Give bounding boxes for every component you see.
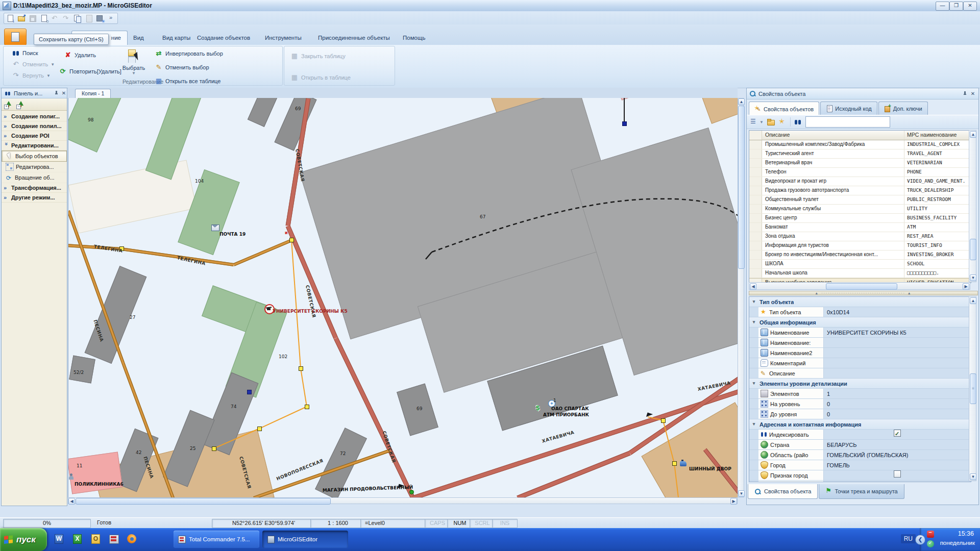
table-row[interactable]: Брокер по инвестициям/Инвестиционная кон… (749, 251, 971, 260)
property-row[interactable]: До уровня0 (749, 409, 971, 419)
scroll-thumb[interactable] (738, 106, 745, 269)
map-document-tab[interactable]: Копия - 1 (75, 89, 111, 98)
property-row[interactable]: Комментарий (749, 358, 971, 368)
property-row[interactable]: ГородГОМЕЛЬ (749, 460, 971, 470)
table-horizontal-scrollbar[interactable]: ◀ ▶ (749, 282, 970, 290)
delete-button[interactable]: Удалить (62, 50, 97, 60)
chevron-down-icon[interactable]: ▾ (749, 379, 758, 388)
property-row[interactable]: Тип объекта0x10D14 (749, 307, 971, 317)
application-menu-button[interactable] (4, 29, 27, 45)
open-add-icon[interactable] (17, 14, 26, 22)
ribbon-tab-1[interactable]: Вид (128, 32, 149, 45)
property-row[interactable]: Описание (749, 368, 971, 379)
table-row[interactable]: Коммунальные службыUTILITY (749, 205, 971, 214)
select-button[interactable]: Выбрать ▼ (120, 47, 147, 84)
property-grid[interactable]: ▾Тип объектаТип объекта0x10D14▾Общая инф… (749, 296, 971, 482)
property-row[interactable]: Наименование2 (749, 348, 971, 358)
property-row[interactable]: СтранаБЕЛАРУСЬ (749, 440, 971, 450)
property-row[interactable]: Область (райоГОМЕЛЬСКИЙ (ГОМЕЛЬСКАЯ) (749, 450, 971, 460)
expand-tree-icon[interactable]: + (4, 101, 12, 109)
bottom-tab-flag[interactable]: Точки трека и маршрута (819, 484, 904, 499)
redo-icon[interactable] (62, 14, 70, 22)
properties-tab-wand[interactable]: Свойства объектов (749, 102, 819, 116)
close-icon[interactable]: ✕ (61, 90, 67, 96)
table-row[interactable]: Ветеринарный врачVETERINARIAN (749, 159, 971, 168)
save-export-icon[interactable] (96, 14, 104, 22)
property-section[interactable]: ▾Общая информация (749, 317, 971, 328)
open-in-table-button[interactable]: Открыть в таблице (289, 72, 352, 83)
panel-group-созданиеpoi[interactable]: »Создание POI (2, 131, 67, 141)
magic-wand-icon[interactable] (778, 118, 787, 127)
start-button[interactable]: пуск (0, 528, 47, 551)
copy-icon[interactable] (74, 14, 82, 22)
chevron-down-icon[interactable]: ▾ (749, 317, 758, 327)
quicklaunch-outlook-icon[interactable] (90, 534, 101, 545)
table-row[interactable]: Продажа грузового автотранспортаTRUCK_DE… (749, 186, 971, 195)
open-all-tables-button[interactable]: Открыть все таблице (153, 76, 222, 86)
panel-group-трансформация[interactable]: »Трансформация... (2, 183, 67, 193)
panel-splitter[interactable]: ▲ ······································… (749, 291, 978, 295)
print-preview-icon[interactable] (40, 14, 48, 22)
open-map-icon[interactable] (6, 14, 14, 22)
folder-icon[interactable] (767, 118, 775, 127)
maximize-button[interactable]: ❐ (949, 2, 963, 11)
ribbon-tab-4[interactable]: Инструменты (260, 32, 307, 45)
chevron-down-icon[interactable]: ▾ (749, 419, 758, 429)
type-search-input[interactable] (805, 116, 890, 128)
repeat-delete-button[interactable]: Повторить[Удалить] (57, 66, 123, 77)
table-row[interactable]: Начальная школа□□□□□□□□□□. (749, 269, 971, 278)
checkbox[interactable] (894, 470, 901, 478)
undo-icon[interactable] (51, 14, 59, 22)
ribbon-tab-5[interactable]: Присоединенные объекты (313, 32, 395, 45)
tray-sync-icon[interactable] (927, 540, 934, 547)
scroll-thumb[interactable] (76, 498, 331, 505)
quicklaunch-excel-icon[interactable] (71, 534, 83, 545)
properties-tab-keys[interactable]: Доп. ключи (878, 102, 928, 115)
close-button[interactable]: ✕ (963, 2, 977, 11)
column-header-description[interactable]: Описание (762, 131, 904, 140)
property-row[interactable]: НаименованиеУНИВЕРСИТЕТ СКОРИНЫ К5 (749, 328, 971, 338)
save-icon[interactable] (29, 14, 37, 22)
collapse-tree-icon[interactable]: − (16, 101, 24, 109)
pin-icon[interactable] (962, 91, 967, 96)
close-table-button[interactable]: Закрыть таблицу (289, 51, 347, 61)
taskbar-window-mge[interactable]: MicroGISEditor (262, 531, 348, 548)
taskbar-window-tc[interactable]: Total Commander 7.5... (174, 531, 259, 548)
pin-icon[interactable] (54, 91, 59, 96)
property-row[interactable]: Признак город (749, 470, 971, 481)
clear-selection-button[interactable]: Отменить выбор (153, 62, 211, 72)
property-row[interactable]: Наименование: (749, 338, 971, 348)
property-section[interactable]: ▾Адресная и контактная информация (749, 419, 971, 430)
scroll-left-arrow[interactable]: ◀ (68, 498, 75, 505)
scroll-right-arrow[interactable]: ▶ (730, 498, 737, 505)
panel-group-созданиеполиг[interactable]: »Создание полиг... (2, 112, 67, 121)
bottom-tab-mag[interactable]: Свойства объекта (748, 484, 818, 499)
table-row[interactable]: Видеопрокат и прокат игрVIDEO_AND_GAME_R… (749, 177, 971, 186)
search-button[interactable]: Поиск (10, 48, 39, 58)
property-section[interactable]: ▾Элементы уровни детализации (749, 379, 971, 389)
panel-group-созданиеполил[interactable]: »Создание полил... (2, 121, 67, 131)
panel-tool-rotate[interactable]: Вращение об... (2, 172, 67, 183)
panel-tool-cursor[interactable]: Выбор объектов (2, 151, 67, 162)
property-section[interactable]: ▾Тип объекта (749, 297, 971, 307)
list-view-icon[interactable] (750, 118, 758, 127)
property-row[interactable]: На уровень0 (749, 399, 971, 409)
map-horizontal-scrollbar[interactable]: ◀ ▶ (68, 497, 738, 504)
column-header-mpc[interactable]: MPC наименование (904, 131, 971, 140)
tray-expand-icon[interactable]: ❮ (915, 535, 925, 545)
property-row[interactable]: Индексировать (749, 430, 971, 440)
table-row[interactable]: ШКОЛАSCHOOL (749, 260, 971, 269)
language-indicator[interactable]: RU (901, 534, 916, 543)
table-row[interactable]: ТелефонPHONE (749, 168, 971, 177)
property-row[interactable]: Элементов1 (749, 389, 971, 399)
quicklaunch-word-icon[interactable] (53, 534, 64, 545)
table-row[interactable]: Туристический агентTRAVEL_AGENT (749, 149, 971, 159)
properties-tab-code[interactable]: Исходный код (820, 102, 877, 115)
panel-group-редактировани[interactable]: »Редактировани... (2, 141, 67, 151)
tray-app-icon[interactable] (927, 531, 934, 538)
table-vertical-scrollbar[interactable]: ▲ ▼ (969, 130, 976, 282)
invert-selection-button[interactable]: Инвертировать выбор (153, 48, 225, 59)
grid-vertical-scrollbar[interactable]: ▲ ≡ ▼ (969, 296, 976, 481)
table-row[interactable]: Информация для туристовTOURIST_INFO (749, 241, 971, 251)
map-canvas[interactable]: $+СОВЕТСКАЯСОВЕТСКАЯСОВЕТСКАЯСОВЕТСКАЯТЕ… (68, 98, 738, 497)
